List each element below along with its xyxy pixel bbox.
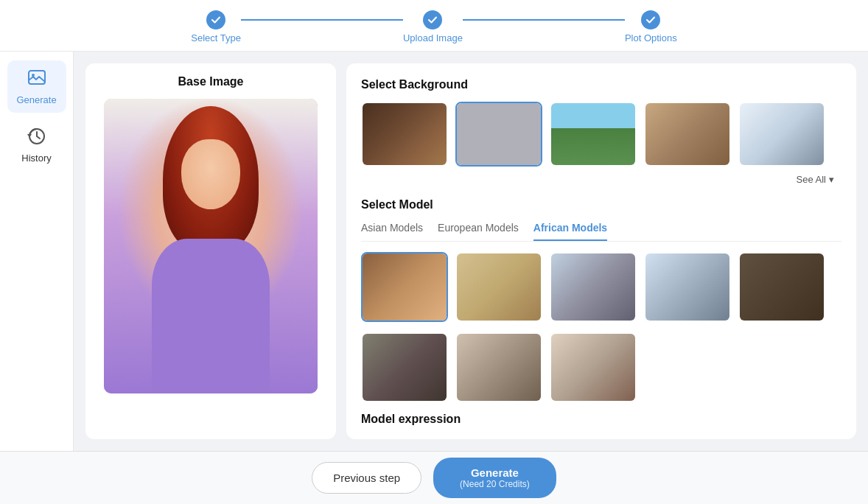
- base-image-visual: [104, 99, 318, 393]
- model-thumb-4[interactable]: [644, 252, 731, 322]
- model-5-preview: [740, 253, 824, 321]
- expression-section-title: Model expression: [361, 413, 841, 426]
- background-thumbnails-row: [361, 102, 841, 167]
- bg-thumb-gym[interactable]: [738, 102, 825, 167]
- bottom-bar: Previous step Generate (Need 20 Credits): [0, 451, 868, 504]
- step-plot-options[interactable]: Plot Options: [625, 10, 677, 43]
- svg-point-1: [32, 74, 35, 77]
- bg-thumb-street[interactable]: [644, 102, 731, 167]
- bg-thumb-field[interactable]: [550, 102, 637, 167]
- model-8-preview: [551, 334, 635, 401]
- model-thumbs-row1: [361, 252, 841, 322]
- step-circle-1: [206, 10, 225, 29]
- step-circle-3: [641, 10, 660, 29]
- model-1-preview: [363, 253, 447, 321]
- model-section-title: Select Model: [361, 198, 841, 211]
- model-2-preview: [457, 253, 541, 321]
- history-icon: [27, 126, 47, 150]
- see-all-button[interactable]: See All ▾: [361, 174, 834, 185]
- svg-rect-0: [29, 71, 45, 84]
- bg-field-preview: [551, 103, 635, 165]
- base-image-title: Base Image: [178, 75, 244, 88]
- model-7-preview: [457, 334, 541, 401]
- bg-indoor-preview: [363, 103, 447, 165]
- model-thumbs-row2: [361, 332, 841, 402]
- generate-btn-label: Generate: [471, 466, 519, 479]
- sidebar: Generate History: [0, 52, 74, 451]
- bg-thumb-plain[interactable]: [455, 102, 542, 167]
- sidebar-item-history[interactable]: History: [7, 119, 66, 171]
- step-connector-1: [241, 19, 403, 21]
- step-label-1: Select Type: [191, 32, 241, 43]
- previous-step-button[interactable]: Previous step: [312, 462, 421, 494]
- see-all-label: See All: [797, 174, 826, 185]
- step-select-type[interactable]: Select Type: [191, 10, 241, 43]
- step-label-3: Plot Options: [625, 32, 677, 43]
- tab-african-models[interactable]: African Models: [533, 222, 607, 241]
- model-3-preview: [551, 253, 635, 321]
- image-icon: [27, 68, 47, 91]
- base-image-panel: Base Image: [85, 63, 336, 439]
- step-circle-2: [423, 10, 442, 29]
- sidebar-item-generate[interactable]: Generate: [7, 60, 66, 113]
- bg-plain-preview: [457, 103, 541, 165]
- step-upload-image[interactable]: Upload Image: [403, 10, 463, 43]
- generate-btn-sub: (Need 20 Credits): [460, 479, 530, 489]
- model-thumb-7[interactable]: [455, 332, 542, 402]
- content-area: Base Image Select Background: [74, 52, 868, 451]
- sidebar-item-history-label: History: [21, 153, 51, 164]
- sidebar-item-generate-label: Generate: [16, 94, 56, 105]
- figure-body: [152, 239, 270, 393]
- bg-section-title: Select Background: [361, 78, 841, 91]
- chevron-down-icon: ▾: [829, 174, 834, 185]
- model-6-preview: [363, 334, 447, 401]
- step-connector-2: [463, 19, 625, 21]
- model-thumb-6[interactable]: [361, 332, 448, 402]
- generate-button[interactable]: Generate (Need 20 Credits): [433, 458, 556, 498]
- bg-gym-preview: [740, 103, 824, 165]
- bg-street-preview: [645, 103, 729, 165]
- tab-asian-models[interactable]: Asian Models: [361, 222, 423, 241]
- base-image-container: [104, 99, 318, 393]
- options-panel: Select Background See All: [346, 63, 856, 439]
- model-tabs: Asian Models European Models African Mod…: [361, 222, 841, 242]
- bg-thumb-indoor[interactable]: [361, 102, 448, 167]
- model-thumb-3[interactable]: [550, 252, 637, 322]
- stepper: Select Type Upload Image Plot Options: [0, 0, 868, 52]
- model-thumb-1[interactable]: [361, 252, 448, 322]
- model-thumb-2[interactable]: [455, 252, 542, 322]
- step-label-2: Upload Image: [403, 32, 463, 43]
- main-layout: Generate History Base Image: [0, 52, 868, 451]
- model-thumb-8[interactable]: [550, 332, 637, 402]
- figure-face: [181, 139, 240, 209]
- tab-european-models[interactable]: European Models: [438, 222, 519, 241]
- model-thumb-5[interactable]: [738, 252, 825, 322]
- model-4-preview: [645, 253, 729, 321]
